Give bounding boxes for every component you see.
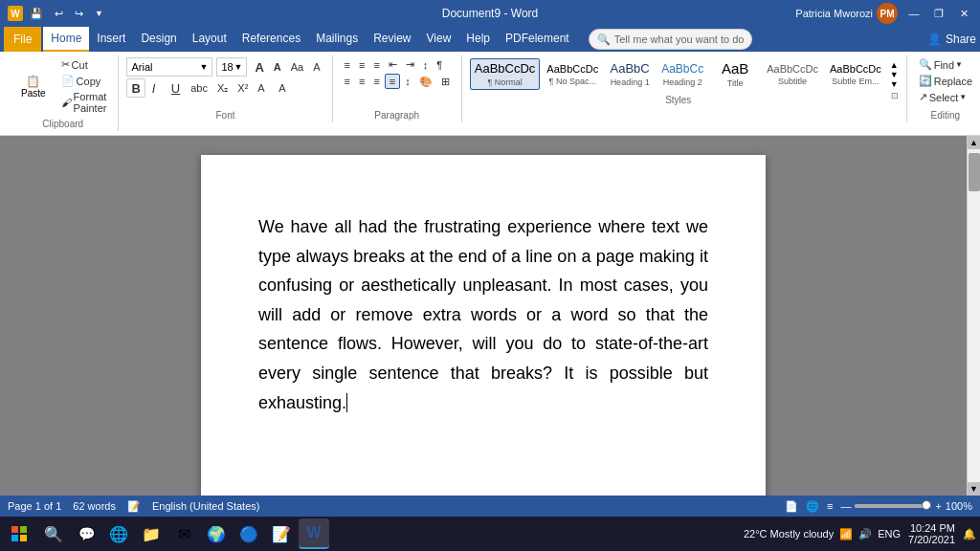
font-case-button[interactable]: Aa [287,60,307,74]
clear-format-button[interactable]: A [309,60,323,74]
taskbar-browser[interactable]: 🌍 [201,518,232,549]
menu-references[interactable]: References [234,27,308,52]
style-subtle-em[interactable]: AaBbCcDc Subtle Em... [825,60,886,89]
font-shrink-button[interactable]: A [270,60,285,74]
scrollbar-vertical[interactable]: ▲ ▼ [967,136,980,496]
copy-button[interactable]: 📄 Copy [57,74,111,88]
taskbar-explorer[interactable]: 📁 [136,518,167,549]
replace-button[interactable]: 🔄 Replace [915,74,976,88]
menu-help[interactable]: Help [458,27,498,52]
close-button[interactable]: ✕ [955,5,972,22]
strikethrough-button[interactable]: abc [187,78,212,98]
menu-mailings[interactable]: Mailings [308,27,366,52]
subscript-button[interactable]: X₂ [213,78,232,98]
increase-indent-button[interactable]: ⇥ [402,57,418,72]
style-no-spacing[interactable]: AaBbCcDc ¶ No Spac... [542,60,603,89]
font-grow-button[interactable]: A [251,59,267,76]
highlight-button[interactable]: A [275,78,294,98]
select-button[interactable]: ↗ Select ▼ [915,90,971,104]
taskbar-mail[interactable]: ✉ [168,518,199,549]
style-heading1[interactable]: AaBbC Heading 1 [605,58,655,90]
font-size-dropdown[interactable]: ▼ [234,62,243,72]
borders-button[interactable]: ⊞ [437,75,454,89]
styles-down[interactable]: ▼ [890,70,899,79]
menu-layout[interactable]: Layout [185,27,234,52]
tell-me-search[interactable]: 🔍 Tell me what you want to do [589,29,753,50]
line-spacing-button[interactable]: ↕ [401,75,414,88]
undo-quick-btn[interactable]: ↩ [52,7,66,21]
multilevel-button[interactable]: ≡ [369,58,383,72]
view-web-btn[interactable]: 🌐 [806,500,819,513]
find-button[interactable]: 🔍 Find ▼ [915,57,967,72]
align-center-button[interactable]: ≡ [355,75,368,88]
italic-button[interactable]: I [147,78,165,98]
style-subtitle[interactable]: AaBbCcDc Subtitle [762,60,823,89]
taskbar-search[interactable]: 🔍 [38,518,69,549]
view-outline-btn[interactable]: ≡ [827,500,833,512]
zoom-in-btn[interactable]: + [935,500,941,512]
font-name-input[interactable]: Arial ▼ [126,57,212,77]
share-button[interactable]: 👤 Share [927,33,976,46]
view-print-btn[interactable]: 📄 [785,500,798,513]
format-painter-button[interactable]: 🖌 Format Painter [57,90,111,115]
taskbar-app6[interactable]: 📝 [266,518,297,549]
style-title[interactable]: AaB Title [710,57,760,91]
scroll-down-button[interactable]: ▼ [968,482,980,496]
menu-insert[interactable]: Insert [89,27,133,52]
font-size-input[interactable]: 18 ▼ [216,57,247,77]
scroll-thumb[interactable] [969,153,980,191]
taskbar-edge[interactable]: 🌐 [103,518,134,549]
align-left-button[interactable]: ≡ [341,75,354,88]
search-icon: 🔍 [597,33,611,46]
scroll-up-button[interactable]: ▲ [968,136,980,149]
menu-home[interactable]: Home [43,27,89,52]
status-right: 📄 🌐 ≡ — + 100% [785,500,972,513]
menu-pdfelement[interactable]: PDFelement [498,27,577,52]
shading-button[interactable]: 🎨 [415,75,436,89]
window-title: Document9 - Word [442,7,538,20]
styles-up[interactable]: ▲ [890,60,899,70]
save-quick-btn[interactable]: 💾 [27,7,46,21]
font-name-dropdown[interactable]: ▼ [200,62,209,72]
show-marks-button[interactable]: ¶ [433,58,446,72]
taskbar-word[interactable]: W [299,518,329,549]
align-right-button[interactable]: ≡ [369,75,383,88]
start-button[interactable] [4,518,34,549]
user-avatar[interactable]: PM [877,3,898,24]
style-heading2[interactable]: AaBbCc Heading 2 [657,59,708,90]
minimize-button[interactable]: — [905,5,923,22]
redo-quick-btn[interactable]: ↪ [72,7,86,21]
menu-design[interactable]: Design [133,27,184,52]
styles-scroll[interactable]: ▲ ▼ ▼ [890,60,899,89]
font-color-button[interactable]: A [254,78,273,98]
language-info: English (United States) [152,500,260,512]
underline-button[interactable]: U [167,78,185,98]
cut-button[interactable]: ✂ Cut [57,57,111,72]
superscript-button[interactable]: X² [234,78,252,98]
zoom-thumb[interactable] [922,500,931,510]
notification-icon[interactable]: 🔔 [963,528,976,540]
taskbar-taskview[interactable]: 💬 [71,518,101,549]
taskbar-app5[interactable]: 🔵 [234,518,264,549]
maximize-button[interactable]: ❐ [930,5,947,22]
bold-button[interactable]: B [126,78,145,98]
decrease-indent-button[interactable]: ⇤ [385,57,401,72]
justify-button[interactable]: ≡ [385,74,400,89]
menu-review[interactable]: Review [366,27,418,52]
style-normal[interactable]: AaBbCcDc ¶ Normal [470,58,541,90]
menu-file[interactable]: File [4,27,41,52]
document-content[interactable]: We have all had the frustrating experien… [258,212,708,417]
menu-view[interactable]: View [419,27,459,52]
document-page[interactable]: We have all had the frustrating experien… [201,155,766,496]
numbering-button[interactable]: ≡ [355,58,368,72]
clock[interactable]: 10:24 PM 7/20/2021 [908,522,955,545]
styles-expand-icon[interactable]: ⊡ [891,91,899,105]
sort-button[interactable]: ↕ [419,58,433,72]
zoom-slider[interactable] [855,504,931,508]
styles-expand[interactable]: ▼ [890,79,899,89]
more-quick-btn[interactable]: ▼ [92,8,106,19]
paste-button[interactable]: 📋 Paste [15,73,52,100]
bullets-button[interactable]: ≡ [341,58,354,72]
scroll-track[interactable] [968,149,980,482]
zoom-out-btn[interactable]: — [840,500,851,512]
